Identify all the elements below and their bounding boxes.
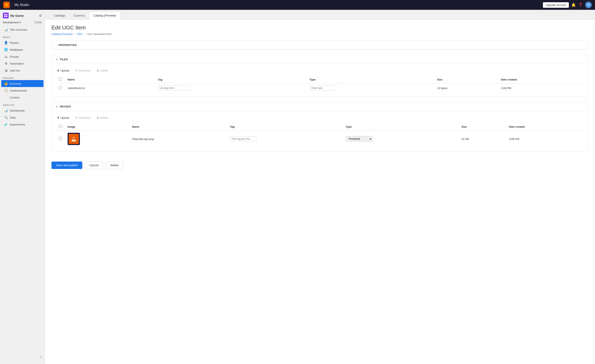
save-publish-button[interactable]: Save and publish xyxy=(51,162,82,169)
properties-section-header[interactable]: › PROPERTIES xyxy=(52,41,588,50)
images-toolbar: ⬆ Upload ⬇ Download 🗑 Delete xyxy=(56,115,584,120)
svg-rect-1 xyxy=(6,14,7,15)
sidebar-item-economy[interactable]: 💰 Economy xyxy=(1,80,43,87)
sidebar-item-content[interactable]: 📄 Content xyxy=(1,94,43,101)
sidebar-item-experiments[interactable]: 🧪 Experiments xyxy=(1,121,43,128)
files-delete-button[interactable]: 🗑 Delete xyxy=(95,68,109,73)
image-type-select[interactable]: Thumbnail Icon Banner xyxy=(346,136,372,142)
cancel-button[interactable]: Cancel xyxy=(85,161,103,169)
sidebar-item-leaderboards[interactable]: 📋 Leaderboards xyxy=(1,87,43,94)
engage-section-label: ENGAGE xyxy=(0,74,45,80)
app-title: My Studio xyxy=(14,3,29,7)
sidebar-item-label: Automation xyxy=(10,62,24,65)
sidebar-item-label: Dashboards xyxy=(10,109,25,112)
images-upload-button[interactable]: ⬆ Upload xyxy=(56,115,71,120)
sidebar-item-addons[interactable]: 🖥 Add-ons xyxy=(1,67,43,74)
images-col-tag: Tag xyxy=(227,123,343,131)
properties-section: › PROPERTIES xyxy=(51,40,588,50)
file-size-cell: 12 bytes xyxy=(434,84,498,93)
image-row-checkbox[interactable] xyxy=(59,137,62,140)
svg-rect-3 xyxy=(6,16,7,17)
file-date-cell: 3:08 PM xyxy=(498,84,584,93)
game-header: My Game ⚙ xyxy=(0,10,45,20)
automation-icon: ⚙ xyxy=(4,62,8,65)
file-type-input[interactable] xyxy=(310,86,336,91)
bar-chart-icon: 📊 xyxy=(4,28,8,31)
sidebar-item-label: Players xyxy=(10,41,19,44)
file-row-checkbox[interactable] xyxy=(59,86,62,89)
sidebar-item-players[interactable]: 👤 Players xyxy=(1,39,43,46)
game-settings-button[interactable]: ⚙ xyxy=(39,14,42,18)
images-col-name: Name xyxy=(129,123,227,131)
sidebar-item-title-overview[interactable]: 📊 Title Overview xyxy=(1,26,43,33)
images-select-all-checkbox[interactable] xyxy=(59,125,62,128)
files-table: Name Tag Type Size Date created HelloWor… xyxy=(56,75,584,93)
sidebar-item-label: Data xyxy=(10,116,16,119)
analyze-section-label: ANALYZE xyxy=(0,101,45,107)
breadcrumb-catalog-preview[interactable]: Catalog (Preview) xyxy=(51,32,72,36)
sidebar-item-label: Multiplayer xyxy=(10,48,23,51)
sidebar-item-dashboards[interactable]: 📊 Dashboards xyxy=(1,107,43,114)
collapse-sidebar-button[interactable]: « xyxy=(0,353,45,361)
upgrade-button[interactable]: Upgrade account xyxy=(543,2,569,8)
quota-display: 1/100K xyxy=(34,21,42,24)
sidebar-item-label: Content xyxy=(10,96,19,99)
image-name-cell: PlayFabLogo.png xyxy=(129,131,227,147)
groups-icon: 🗂 xyxy=(4,55,8,58)
file-tag-input[interactable] xyxy=(158,86,191,91)
environment-select[interactable]: Development ▾ xyxy=(3,21,21,24)
build-section-label: BUILD xyxy=(0,33,45,39)
images-delete-button[interactable]: 🗑 Delete xyxy=(95,115,109,120)
download-icon-2: ⬇ xyxy=(75,116,78,119)
help-button[interactable]: ❓ xyxy=(578,3,583,7)
breadcrumb-current: User Generated Item xyxy=(87,32,112,36)
economy-icon: 💰 xyxy=(4,82,8,85)
svg-rect-0 xyxy=(4,14,6,15)
files-select-all-checkbox[interactable] xyxy=(59,78,62,81)
files-col-size: Size xyxy=(434,76,498,84)
sidebar-item-label: Title Overview xyxy=(10,28,27,31)
main-layout: My Game ⚙ Development ▾ 1/100K 📊 Title O… xyxy=(0,10,595,364)
tab-catalog-preview[interactable]: Catalog (Preview) xyxy=(89,12,120,20)
breadcrumb-ugc[interactable]: UGC xyxy=(77,32,83,36)
sidebar-item-automation[interactable]: ⚙ Automation xyxy=(1,60,43,67)
sidebar-item-label: Groups xyxy=(10,55,19,58)
tab-catalogs[interactable]: Catalogs xyxy=(50,12,69,20)
files-section-label: FILES xyxy=(60,58,68,61)
data-icon: 🔍 xyxy=(4,116,8,119)
user-avatar[interactable]: JD xyxy=(585,2,592,8)
image-size-cell: 21 KB xyxy=(459,131,506,147)
chevron-right-icon: › xyxy=(56,43,57,47)
trash-icon: 🗑 xyxy=(96,69,99,72)
bottom-actions: Save and publish Cancel Delete xyxy=(51,157,588,171)
files-col-date: Date created xyxy=(498,76,584,84)
image-preview xyxy=(69,134,79,144)
properties-section-label: PROPERTIES xyxy=(59,43,77,47)
tab-currency[interactable]: Currency xyxy=(69,12,89,20)
files-section-header[interactable]: ∨ FILES xyxy=(52,55,588,64)
content-area: Catalogs Currency Catalog (Preview) Edit… xyxy=(45,10,595,364)
app-logo: 🔶 xyxy=(3,2,10,8)
images-section-body: ⬆ Upload ⬇ Download 🗑 Delete xyxy=(52,111,588,151)
svg-point-5 xyxy=(72,138,75,140)
notifications-button[interactable]: 🔔 xyxy=(571,3,576,7)
images-col-type: Type xyxy=(343,123,459,131)
tab-bar: Catalogs Currency Catalog (Preview) xyxy=(45,10,595,20)
files-upload-button[interactable]: ⬆ Upload xyxy=(56,68,71,73)
files-download-button[interactable]: ⬇ Download xyxy=(74,68,92,73)
image-tag-input[interactable] xyxy=(230,136,256,141)
sidebar-item-groups[interactable]: 🗂 Groups xyxy=(1,53,43,60)
images-download-button[interactable]: ⬇ Download xyxy=(74,115,92,120)
sidebar-item-data[interactable]: 🔍 Data xyxy=(1,114,43,121)
chevron-down-icon-2: ∨ xyxy=(56,105,58,108)
files-section: ∨ FILES ⬆ Upload ⬇ Download xyxy=(51,55,588,97)
files-toolbar: ⬆ Upload ⬇ Download 🗑 Delete xyxy=(56,68,584,73)
images-col-size: Size xyxy=(459,123,506,131)
top-nav: 🔶 My Studio Upgrade account 🔔 ❓ JD xyxy=(0,0,595,10)
upload-icon: ⬆ xyxy=(57,69,59,72)
sidebar-item-multiplayer[interactable]: 🌐 Multiplayer xyxy=(1,46,43,53)
players-icon: 👤 xyxy=(4,41,8,44)
delete-button[interactable]: Delete xyxy=(106,161,123,169)
nav-actions: Upgrade account 🔔 ❓ JD xyxy=(543,2,592,8)
images-section-header[interactable]: ∨ IMAGES xyxy=(52,102,588,111)
